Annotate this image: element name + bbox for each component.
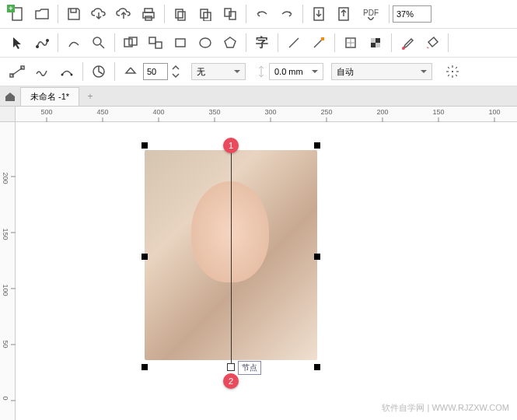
line2-button[interactable] <box>307 32 330 54</box>
new-document-button[interactable]: + <box>5 3 29 25</box>
handle-bottom-right[interactable] <box>314 364 320 370</box>
undo-button[interactable] <box>250 3 274 25</box>
svg-rect-17 <box>149 37 155 44</box>
annotation-marker-1: 1 <box>223 138 239 153</box>
handle-middle-right[interactable] <box>314 254 320 260</box>
handle-top-right[interactable] <box>314 142 320 149</box>
document-tab-label: 未命名 -1* <box>30 92 69 101</box>
svg-point-20 <box>200 38 211 47</box>
svg-rect-22 <box>321 37 324 40</box>
portrait-face <box>191 181 269 282</box>
separator <box>246 5 246 23</box>
separator <box>302 5 303 23</box>
pick-tool-button[interactable] <box>5 32 29 54</box>
ungroup-button[interactable] <box>144 32 167 54</box>
rectangle-tool-button[interactable] <box>169 32 192 54</box>
export-button[interactable] <box>332 3 355 25</box>
main-toolbar: + PDF <box>0 0 517 29</box>
svg-rect-26 <box>376 43 380 47</box>
duplicate-button[interactable] <box>218 3 242 25</box>
handle-bottom-left[interactable] <box>141 364 148 370</box>
rotation-icon <box>119 61 142 82</box>
svg-rect-25 <box>371 38 376 43</box>
svg-rect-5 <box>178 12 185 20</box>
svg-rect-9 <box>229 12 236 19</box>
shape-tool-button[interactable] <box>30 32 54 54</box>
text-tool-button[interactable]: 字 <box>250 32 274 54</box>
copy-button[interactable] <box>169 3 192 25</box>
group-button[interactable] <box>119 32 142 54</box>
paste-button[interactable] <box>194 3 217 25</box>
svg-point-12 <box>36 45 39 48</box>
line-style-dropdown[interactable]: 无 <box>191 63 246 80</box>
cloud-download-button[interactable] <box>87 3 110 25</box>
property-bar: 无 0.0 mm 自动 <box>0 57 517 86</box>
transparency-button[interactable] <box>364 32 387 54</box>
eyedropper-button[interactable] <box>396 32 419 54</box>
watermark-text: 软件自学网 | WWW.RJZXW.COM <box>382 402 509 414</box>
prop-icon-4[interactable] <box>87 61 110 82</box>
separator <box>246 33 246 52</box>
width-dropdown[interactable]: 0.0 mm <box>269 63 323 80</box>
prop-icon-1[interactable] <box>5 61 29 82</box>
vertical-ruler[interactable]: 200150100500 <box>0 122 16 420</box>
snap-icon[interactable] <box>441 61 464 82</box>
svg-point-31 <box>71 74 73 76</box>
home-tab-button[interactable] <box>0 86 20 107</box>
stepper-icon[interactable] <box>169 61 183 82</box>
handle-top-left[interactable] <box>141 142 148 149</box>
line1-button[interactable] <box>282 32 306 54</box>
freehand-tool-button[interactable] <box>62 32 86 54</box>
prop-icon-2[interactable] <box>30 61 54 82</box>
prop-icon-3[interactable] <box>55 61 79 82</box>
svg-rect-2 <box>143 12 154 18</box>
svg-marker-21 <box>225 37 236 47</box>
svg-rect-19 <box>176 39 185 47</box>
ellipse-tool-button[interactable] <box>194 32 217 54</box>
zoom-tool-button[interactable] <box>87 32 110 54</box>
handle-middle-left[interactable] <box>141 254 148 260</box>
vertical-guide-line[interactable] <box>231 145 232 367</box>
svg-rect-18 <box>155 42 162 48</box>
separator <box>391 33 392 52</box>
save-button[interactable] <box>62 3 86 25</box>
pdf-button[interactable]: PDF <box>357 3 385 25</box>
import-button[interactable] <box>307 3 330 25</box>
separator <box>114 33 115 52</box>
svg-rect-8 <box>225 9 231 16</box>
rotation-input[interactable] <box>143 63 168 80</box>
wrap-dropdown[interactable]: 自动 <box>331 63 432 80</box>
selected-object[interactable]: 1 节点 2 <box>145 145 317 367</box>
svg-point-14 <box>93 37 101 45</box>
separator <box>278 33 278 52</box>
polygon-tool-button[interactable] <box>218 32 242 54</box>
separator <box>164 5 165 23</box>
annotation-marker-2: 2 <box>223 373 239 389</box>
align-button[interactable] <box>339 32 362 54</box>
zoom-input[interactable] <box>393 5 431 23</box>
redo-button[interactable] <box>275 3 299 25</box>
line-style-value: 无 <box>197 66 205 78</box>
document-tab[interactable]: 未命名 -1* <box>20 87 79 106</box>
plus-icon: + <box>7 5 15 12</box>
separator <box>58 33 58 52</box>
node-indicator-icon[interactable] <box>227 363 235 371</box>
ruler-corner[interactable] <box>0 107 16 122</box>
add-tab-button[interactable]: + <box>82 89 98 104</box>
separator <box>82 62 83 81</box>
svg-point-27 <box>402 47 405 50</box>
separator <box>448 33 449 52</box>
print-button[interactable] <box>137 3 160 25</box>
workspace: 500450400350300250200150100 200150100500… <box>0 107 517 420</box>
width-icon <box>254 61 268 82</box>
open-button[interactable] <box>30 3 54 25</box>
separator <box>114 62 115 81</box>
tools-toolbar: 字 <box>0 29 517 57</box>
horizontal-ruler[interactable]: 500450400350300250200150100 <box>16 107 517 122</box>
node-tooltip: 节点 <box>238 361 261 375</box>
wrap-value: 自动 <box>337 66 354 78</box>
svg-point-13 <box>46 39 49 42</box>
canvas[interactable]: 1 节点 2 <box>16 122 517 420</box>
cloud-upload-button[interactable] <box>112 3 135 25</box>
bucket-button[interactable] <box>421 32 444 54</box>
